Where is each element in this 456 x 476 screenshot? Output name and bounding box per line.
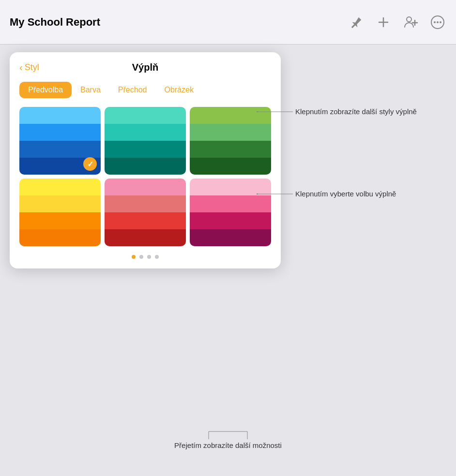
svg-point-6: [434, 21, 436, 23]
dot-3: [147, 255, 151, 259]
svg-point-2: [407, 17, 411, 22]
fill-panel: ‹ Styl Výplň Předvolba Barva Přechod Obr…: [10, 52, 281, 268]
panel-header: ‹ Styl Výplň: [19, 62, 271, 73]
chevron-left-icon: ‹: [19, 62, 23, 73]
svg-point-10: [257, 111, 258, 112]
svg-point-12: [257, 193, 258, 194]
tab-predvolba[interactable]: Předvolba: [19, 82, 72, 98]
annotation-fill-styles: Klepnutím zobrazíte další styly výplně: [295, 106, 417, 118]
page-indicator: [19, 255, 271, 259]
svg-point-8: [440, 21, 441, 23]
dot-1: [132, 255, 136, 259]
color-swatch-teal[interactable]: [105, 107, 186, 175]
pin-icon[interactable]: [348, 14, 365, 31]
annotation-select-fill: Klepnutím vyberte volbu výplně: [295, 189, 396, 200]
svg-point-7: [437, 21, 439, 23]
dot-2: [139, 255, 143, 259]
more-icon[interactable]: [429, 14, 446, 31]
selected-checkmark: ✓: [83, 157, 97, 171]
back-button[interactable]: ‹ Styl: [19, 62, 39, 73]
page-title: My School Report: [10, 16, 100, 29]
annotation-swipe: Přejetím zobrazíte další možnosti: [0, 431, 456, 449]
color-swatch-pink-red[interactable]: [105, 178, 186, 246]
color-swatch-green[interactable]: [190, 107, 271, 175]
title-bar: My School Report: [0, 0, 456, 45]
color-swatch-blue[interactable]: ✓: [19, 107, 101, 175]
toolbar-icons: [348, 14, 446, 31]
tab-barva[interactable]: Barva: [72, 82, 109, 98]
add-person-icon[interactable]: [402, 14, 419, 31]
tab-obrazek[interactable]: Obrázek: [155, 82, 202, 98]
color-swatch-yellow-orange[interactable]: [19, 178, 101, 246]
dot-4: [155, 255, 159, 259]
color-swatch-grid: ✓: [19, 107, 271, 246]
add-icon[interactable]: [375, 14, 392, 31]
panel-title: Výplň: [132, 62, 158, 73]
tab-prechod[interactable]: Přechod: [109, 82, 156, 98]
color-swatch-magenta[interactable]: [190, 178, 271, 246]
fill-type-tabs: Předvolba Barva Přechod Obrázek: [19, 82, 271, 98]
back-label: Styl: [25, 62, 39, 73]
